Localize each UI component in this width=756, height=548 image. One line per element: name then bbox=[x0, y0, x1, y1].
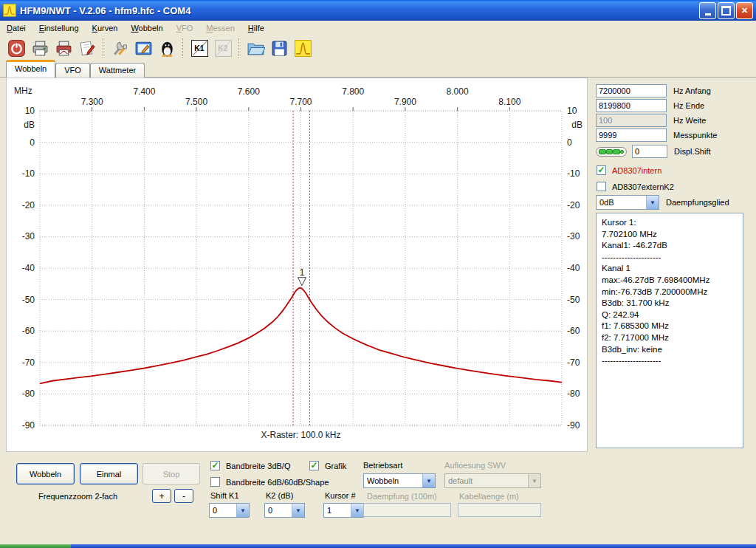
bandbreite-3db-checkbox[interactable] bbox=[210, 461, 220, 470]
svg-text:-70: -70 bbox=[567, 357, 580, 368]
kursor-combo[interactable]: 1 bbox=[323, 503, 364, 518]
settings-tools-button[interactable] bbox=[109, 37, 131, 59]
info-line: 7.702100 MHz bbox=[602, 229, 743, 241]
svg-text:7.400: 7.400 bbox=[133, 86, 155, 97]
tab-wobbeln[interactable]: Wobbeln bbox=[6, 60, 55, 78]
print-button[interactable] bbox=[29, 37, 51, 59]
minimize-icon bbox=[705, 13, 711, 16]
grafik-label: Grafik bbox=[325, 462, 346, 470]
screenshot-button[interactable] bbox=[132, 37, 154, 59]
svg-text:10: 10 bbox=[567, 106, 577, 116]
ad8307externk2-checkbox[interactable] bbox=[597, 182, 606, 191]
wobbeln-button[interactable]: Wobbeln bbox=[16, 463, 75, 484]
print-curve-button[interactable] bbox=[52, 37, 75, 59]
hz-weite-row: Hz Weite bbox=[596, 113, 756, 128]
save-file-button[interactable] bbox=[268, 37, 290, 59]
svg-text:-30: -30 bbox=[567, 231, 580, 242]
window-title: HFM9/NWT - V.2.06 - hfm9.hfc - COM4 bbox=[20, 5, 190, 16]
svg-text:7.800: 7.800 bbox=[342, 86, 364, 97]
chevron-down-icon[interactable] bbox=[351, 504, 363, 517]
ad8307intern-checkbox[interactable] bbox=[597, 165, 606, 175]
daempfung-input bbox=[363, 503, 451, 517]
chevron-down-icon[interactable] bbox=[236, 504, 249, 517]
minimize-button[interactable] bbox=[699, 2, 716, 19]
info-line: B3db_inv: keine bbox=[602, 344, 743, 356]
grafik-row[interactable]: Grafik bbox=[309, 461, 346, 470]
tab-wattmeter[interactable]: Wattmeter bbox=[90, 63, 145, 78]
bandbreite-6db-checkbox[interactable] bbox=[210, 477, 220, 487]
ad8307intern-checkbox-row[interactable]: AD8307intern bbox=[597, 165, 662, 175]
open-file-button[interactable] bbox=[244, 37, 267, 59]
betriebsart-value: Wobbeln bbox=[364, 476, 422, 485]
open-folder-icon bbox=[247, 39, 265, 58]
betriebsart-label: Betriebsart bbox=[363, 461, 402, 470]
close-button[interactable]: ✕ bbox=[736, 2, 753, 19]
info-line: min:-76.73dB 7.200000MHz bbox=[602, 287, 743, 298]
maximize-button[interactable] bbox=[718, 2, 735, 19]
menu-vfo: VFO bbox=[170, 22, 200, 34]
zoom-in-button[interactable]: + bbox=[152, 489, 171, 503]
k2-db-combo[interactable]: 0 bbox=[264, 503, 305, 518]
toolbar-separator bbox=[182, 38, 184, 58]
hz-ende-input[interactable] bbox=[596, 99, 667, 112]
ad8307externk2-checkbox-row[interactable]: AD8307externK2 bbox=[597, 182, 674, 191]
tab-bar: Wobbeln VFO Wattmeter bbox=[6, 62, 145, 78]
linux-settings-button[interactable] bbox=[156, 37, 178, 59]
svg-text:-10: -10 bbox=[22, 168, 35, 179]
power-button[interactable] bbox=[5, 37, 27, 59]
start-button-edge[interactable] bbox=[0, 544, 71, 548]
edit-notes-button[interactable] bbox=[76, 37, 98, 59]
svg-text:7.600: 7.600 bbox=[238, 86, 260, 97]
chevron-down-icon[interactable] bbox=[422, 474, 435, 487]
svg-text:-50: -50 bbox=[567, 295, 580, 305]
svg-text:K1: K1 bbox=[194, 44, 205, 52]
linux-tux-icon bbox=[158, 39, 176, 58]
svg-text:MHz: MHz bbox=[14, 86, 32, 96]
bandbreite-3db-row[interactable]: Bandbreite 3dB/Q bbox=[210, 461, 290, 470]
app-filter-icon bbox=[3, 4, 16, 17]
menu-datei[interactable]: Datei bbox=[0, 22, 32, 34]
bandbreite-6db-row[interactable]: Bandbreite 6dB/60dB/Shape bbox=[210, 477, 329, 487]
hz-anfang-label: Hz Anfang bbox=[673, 86, 711, 95]
title-bar[interactable]: HFM9/NWT - V.2.06 - hfm9.hfc - COM4 ✕ bbox=[0, 0, 756, 21]
hz-weite-input bbox=[596, 114, 667, 127]
displ-shift-slider[interactable] bbox=[596, 147, 627, 157]
frequenzzoom-label: Frequenzzoom 2-fach bbox=[38, 492, 117, 501]
k2-curve-icon: K2 bbox=[214, 39, 233, 58]
menu-hilfe[interactable]: Hilfe bbox=[241, 22, 271, 34]
info-line: f1: 7.685300 MHz bbox=[602, 321, 743, 332]
toolbar-separator bbox=[238, 38, 240, 58]
k1-curve-button[interactable]: K1 bbox=[188, 37, 210, 59]
tools-icon bbox=[111, 39, 129, 58]
shift-k1-label: Shift K1 bbox=[210, 491, 239, 500]
taskbar-edge[interactable] bbox=[0, 544, 756, 548]
chevron-down-icon[interactable] bbox=[646, 196, 659, 209]
sweep-chart-panel[interactable]: 101000-10-10-20-20-30-30-40-40-50-50-60-… bbox=[6, 78, 588, 452]
einmal-button[interactable]: Einmal bbox=[80, 463, 138, 484]
kabellaenge-input bbox=[458, 503, 541, 517]
daempfungsglied-combo[interactable]: 0dB bbox=[596, 195, 659, 210]
menu-wobbeln[interactable]: Wobbeln bbox=[124, 22, 169, 34]
menu-einstellung[interactable]: Einstellung bbox=[32, 22, 86, 34]
tab-vfo[interactable]: VFO bbox=[55, 63, 90, 78]
shift-k1-combo[interactable]: 0 bbox=[209, 503, 250, 518]
displ-shift-input[interactable] bbox=[632, 145, 667, 158]
grafik-checkbox[interactable] bbox=[309, 461, 319, 470]
filter-curve-button[interactable] bbox=[292, 37, 314, 59]
info-line: Kanal1: -46.27dB bbox=[602, 240, 743, 252]
daempfung-label: Daempfung (100m) bbox=[367, 492, 437, 501]
svg-text:10: 10 bbox=[25, 106, 35, 116]
chevron-down-icon[interactable] bbox=[292, 504, 304, 517]
hz-anfang-input[interactable] bbox=[596, 84, 667, 97]
zoom-out-button[interactable]: - bbox=[174, 489, 193, 503]
menu-kurven[interactable]: Kurven bbox=[86, 22, 125, 34]
aufloesung-value: default bbox=[445, 476, 528, 485]
svg-text:-10: -10 bbox=[567, 168, 580, 179]
sweep-chart[interactable]: 101000-10-10-20-20-30-30-40-40-50-50-60-… bbox=[7, 78, 587, 451]
info-line: Kursor 1: bbox=[602, 217, 743, 229]
toolbar: K1 K2 bbox=[0, 35, 756, 61]
betriebsart-combo[interactable]: Wobbeln bbox=[363, 473, 436, 488]
taskbar-blue-edge[interactable] bbox=[71, 544, 756, 548]
messpunkte-input[interactable] bbox=[596, 129, 667, 142]
info-line: Kanal 1 bbox=[602, 263, 743, 275]
